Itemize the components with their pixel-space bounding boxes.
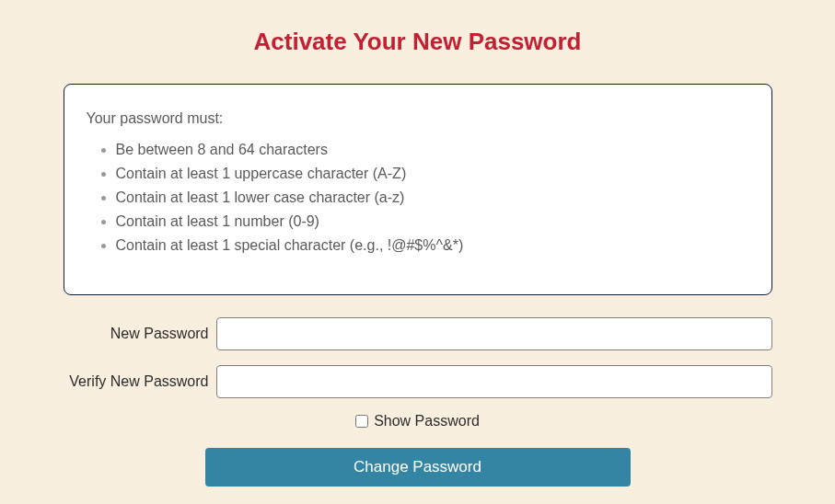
- verify-password-input[interactable]: [216, 365, 772, 398]
- verify-password-label: Verify New Password: [69, 373, 208, 390]
- requirement-item: Contain at least 1 uppercase character (…: [116, 166, 749, 182]
- requirements-list: Be between 8 and 64 characters Contain a…: [87, 142, 749, 254]
- new-password-label: New Password: [110, 326, 209, 342]
- change-password-button[interactable]: Change Password: [205, 448, 631, 487]
- requirement-item: Contain at least 1 special character (e.…: [116, 237, 749, 254]
- requirement-item: Contain at least 1 number (0-9): [116, 213, 749, 230]
- verify-password-row: Verify New Password: [64, 365, 772, 398]
- new-password-row: New Password: [64, 317, 772, 350]
- new-password-input[interactable]: [216, 317, 772, 350]
- show-password-label: Show Password: [374, 413, 480, 430]
- requirement-item: Be between 8 and 64 characters: [116, 142, 749, 158]
- page-title: Activate Your New Password: [254, 28, 582, 56]
- submit-row: Change Password: [64, 448, 772, 487]
- password-requirements-box: Your password must: Be between 8 and 64 …: [64, 84, 772, 295]
- show-password-row: Show Password: [64, 413, 772, 430]
- requirement-item: Contain at least 1 lower case character …: [116, 189, 749, 206]
- requirements-heading: Your password must:: [87, 110, 749, 127]
- show-password-checkbox[interactable]: [355, 415, 368, 428]
